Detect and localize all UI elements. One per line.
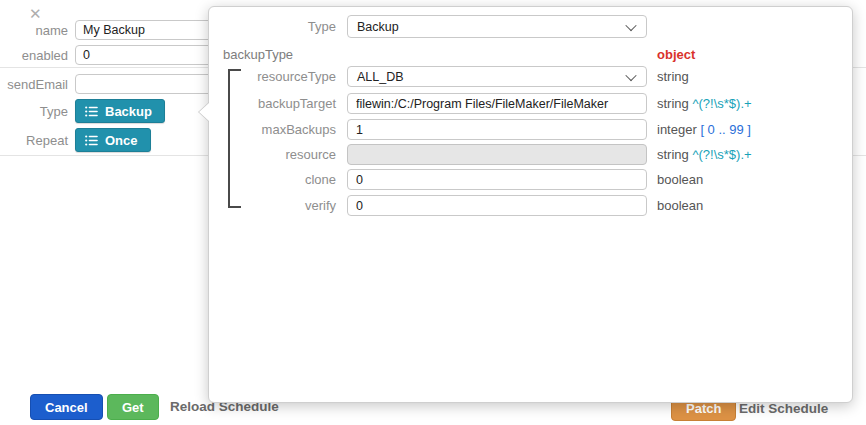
cancel-button[interactable]: Cancel	[30, 394, 103, 420]
enabled-label: enabled	[0, 48, 68, 63]
popover-row-maxBackups: maxBackups integer [ 0 .. 99 ]	[209, 119, 852, 140]
type-select-value: Backup	[348, 20, 399, 34]
type-annotation: integer	[657, 122, 697, 137]
resourceType-select-value: ALL_DB	[348, 70, 404, 84]
popover-row-verify: verify boolean	[209, 195, 852, 216]
type-label: Type	[0, 104, 68, 119]
popover-arrow	[199, 103, 209, 121]
constraint-annotation: ^(?!\s*$).+	[692, 96, 751, 111]
constraint-annotation: [ 0 .. 99 ]	[700, 122, 751, 137]
repeat-label: Repeat	[0, 133, 68, 148]
sendEmail-input[interactable]	[75, 74, 215, 94]
form-row-name: name	[0, 19, 215, 41]
verify-input[interactable]	[347, 195, 647, 216]
form-row-type: Type Backup	[0, 99, 165, 123]
type-annotation: string	[657, 96, 689, 111]
clone-input[interactable]	[347, 169, 647, 190]
type-detail-popover: Type Backup backupType object resourceTy…	[208, 6, 853, 403]
type-button-label: Backup	[105, 104, 152, 119]
type-backup-button[interactable]: Backup	[75, 99, 165, 123]
object-type-annotation: object	[657, 47, 695, 62]
popover-row-backupTarget: backupTarget string ^(?!\s*$).+	[209, 93, 852, 114]
constraint-annotation: ^(?!\s*$).+	[692, 147, 751, 162]
chevron-down-icon	[625, 19, 636, 30]
form-row-sendEmail: sendEmail	[0, 73, 215, 95]
resource-label: resource	[209, 147, 336, 162]
list-icon	[85, 106, 98, 117]
backupTarget-label: backupTarget	[209, 96, 336, 111]
clone-label: clone	[209, 172, 336, 187]
get-button[interactable]: Get	[107, 394, 159, 420]
name-label: name	[0, 23, 68, 38]
resource-input	[347, 144, 647, 165]
type-annotation: boolean	[657, 172, 703, 187]
form-row-repeat: Repeat Once	[0, 128, 151, 152]
name-input[interactable]	[75, 20, 215, 40]
sendEmail-label: sendEmail	[0, 77, 68, 92]
chevron-down-icon	[625, 69, 636, 80]
type-select[interactable]: Backup	[347, 15, 647, 38]
resourceType-label: resourceType	[209, 69, 336, 84]
popover-row-type: Type Backup	[209, 15, 852, 38]
popover-row-resource: resource string ^(?!\s*$).+	[209, 144, 852, 165]
repeat-button-label: Once	[105, 133, 138, 148]
maxBackups-input[interactable]	[347, 119, 647, 140]
type-annotation: boolean	[657, 198, 703, 213]
enabled-input[interactable]	[75, 45, 215, 65]
maxBackups-label: maxBackups	[209, 122, 336, 137]
backupType-label: backupType	[223, 47, 293, 62]
type-annotation: string	[657, 69, 689, 84]
type-annotation: string	[657, 147, 689, 162]
popover-row-clone: clone boolean	[209, 169, 852, 190]
repeat-once-button[interactable]: Once	[75, 128, 151, 152]
list-icon	[85, 135, 98, 146]
form-row-enabled: enabled	[0, 44, 215, 66]
resourceType-select[interactable]: ALL_DB	[347, 66, 647, 87]
type-label: Type	[209, 19, 336, 34]
backupTarget-input[interactable]	[347, 93, 647, 114]
popover-row-resourceType: resourceType ALL_DB string	[209, 66, 852, 87]
verify-label: verify	[209, 198, 336, 213]
